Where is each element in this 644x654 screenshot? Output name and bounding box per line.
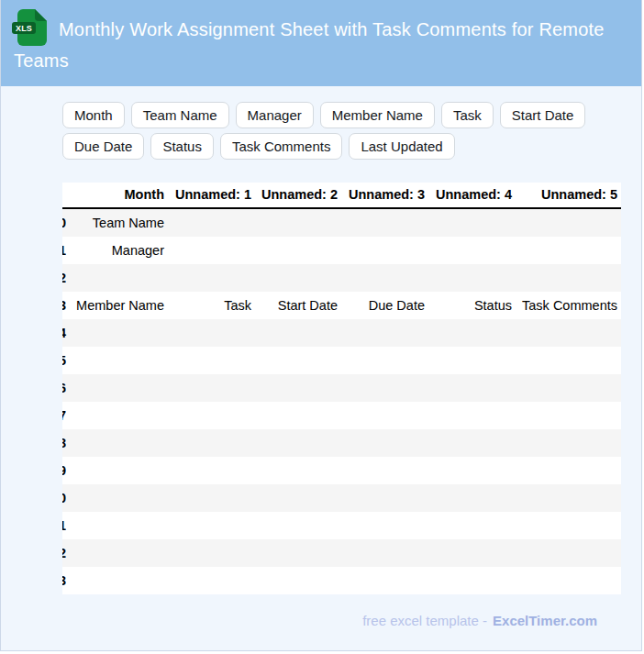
column-chip-month[interactable]: Month: [62, 102, 125, 128]
page-title: XLS Monthly Work Assignment Sheet with T…: [14, 9, 623, 76]
column-chip-member-name[interactable]: Member Name: [320, 102, 435, 128]
table-cell: [516, 237, 621, 264]
table-cell: Task Comments: [516, 292, 621, 319]
table-row: 13: [62, 567, 621, 594]
column-chip-task[interactable]: Task: [441, 102, 494, 128]
table-header-row: MonthUnnamed: 1Unnamed: 2Unnamed: 3Unnam…: [62, 183, 621, 208]
row-index-cell: 8: [62, 429, 70, 457]
column-chip-last-updated[interactable]: Last Updated: [349, 133, 454, 160]
table-cell: [341, 429, 428, 457]
table-cell: [516, 567, 621, 594]
table-cell: [341, 402, 428, 429]
table-cell: [168, 484, 255, 512]
table-cell: [168, 429, 255, 457]
brand-link[interactable]: ExcelTimer.com: [493, 613, 597, 628]
table-cell: [516, 484, 621, 512]
table-cell: [255, 374, 341, 402]
row-index-cell: 6: [62, 374, 70, 402]
table-cell: [168, 374, 255, 402]
column-header: Unnamed: 1: [168, 183, 255, 208]
table-cell: [341, 539, 428, 567]
table-cell: Start Date: [255, 292, 341, 319]
row-index-cell: 3: [62, 292, 70, 319]
table-row: 5: [62, 347, 621, 374]
table-cell: [255, 484, 341, 512]
column-header: Unnamed: 3: [341, 183, 428, 208]
xls-badge-label: XLS: [16, 24, 32, 33]
table-cell: [428, 402, 516, 429]
table-cell: [70, 319, 168, 347]
table-row: 11: [62, 512, 621, 539]
column-chip-team-name[interactable]: Team Name: [131, 102, 229, 128]
table-cell: Manager: [70, 237, 168, 264]
table-cell: [516, 264, 621, 292]
table-cell: [168, 208, 255, 237]
column-chip-manager[interactable]: Manager: [236, 102, 314, 128]
table-cell: [428, 264, 516, 292]
table-row: 10: [62, 484, 621, 512]
column-chip-status[interactable]: Status: [150, 133, 214, 160]
table-cell: [70, 567, 168, 594]
template-preview-card: XLS Monthly Work Assignment Sheet with T…: [0, 0, 642, 651]
table-row: 0Team Name: [62, 208, 621, 237]
table-cell: [516, 208, 621, 237]
table-scroll-area[interactable]: MonthUnnamed: 1Unnamed: 2Unnamed: 3Unnam…: [62, 183, 621, 594]
table-cell: [70, 374, 168, 402]
column-chip-start-date[interactable]: Start Date: [500, 102, 586, 128]
table-cell: [341, 208, 428, 237]
table-cell: [255, 539, 341, 567]
table-cell: [70, 264, 168, 292]
footer-text: free excel template -: [362, 613, 487, 628]
column-header: Unnamed: 4: [428, 183, 516, 208]
column-chip-task-comments[interactable]: Task Comments: [220, 133, 343, 160]
table-cell: [428, 429, 516, 457]
table-row: 9: [62, 457, 621, 484]
row-index-cell: 7: [62, 402, 70, 429]
table-cell: [255, 567, 341, 594]
table-cell: [341, 374, 428, 402]
table-cell: [255, 457, 341, 484]
table-cell: [516, 512, 621, 539]
table-cell: [341, 319, 428, 347]
table-cell: [168, 319, 255, 347]
index-header-cell: [62, 183, 70, 208]
column-header: Unnamed: 2: [255, 183, 341, 208]
row-index-cell: 11: [62, 512, 70, 539]
table-cell: [428, 539, 516, 567]
table-cell: [428, 208, 516, 237]
table-row: 7: [62, 402, 621, 429]
column-chips: MonthTeam NameManagerMember NameTaskStar…: [62, 102, 617, 160]
column-chip-due-date[interactable]: Due Date: [62, 133, 144, 160]
table-row: 8: [62, 429, 621, 457]
table-cell: [428, 237, 516, 264]
table-cell: Team Name: [70, 208, 168, 237]
table-cell: [428, 457, 516, 484]
table-cell: [70, 539, 168, 567]
table-cell: [255, 429, 341, 457]
page-header: XLS Monthly Work Assignment Sheet with T…: [1, 0, 641, 86]
table-cell: [516, 402, 621, 429]
table-row: 3Member NameTaskStart DateDue DateStatus…: [62, 292, 621, 319]
row-index-cell: 9: [62, 457, 70, 484]
table-cell: [168, 512, 255, 539]
table-cell: [428, 567, 516, 594]
table-cell: [341, 457, 428, 484]
table-cell: [168, 539, 255, 567]
page-title-text: Monthly Work Assignment Sheet with Task …: [14, 19, 605, 71]
table-cell: [428, 319, 516, 347]
row-index-cell: 5: [62, 347, 70, 374]
table-cell: Task: [168, 292, 255, 319]
table-cell: [341, 512, 428, 539]
table-cell: [168, 347, 255, 374]
row-index-cell: 1: [62, 237, 70, 264]
row-index-cell: 0: [62, 208, 70, 237]
table-row: 6: [62, 374, 621, 402]
table-cell: Status: [428, 292, 516, 319]
table-cell: [255, 319, 341, 347]
table-cell: [168, 264, 255, 292]
table-row: 1Manager: [62, 237, 621, 264]
column-header: Month: [70, 183, 168, 208]
table-cell: Due Date: [341, 292, 428, 319]
table-cell: [70, 429, 168, 457]
table-cell: [255, 264, 341, 292]
